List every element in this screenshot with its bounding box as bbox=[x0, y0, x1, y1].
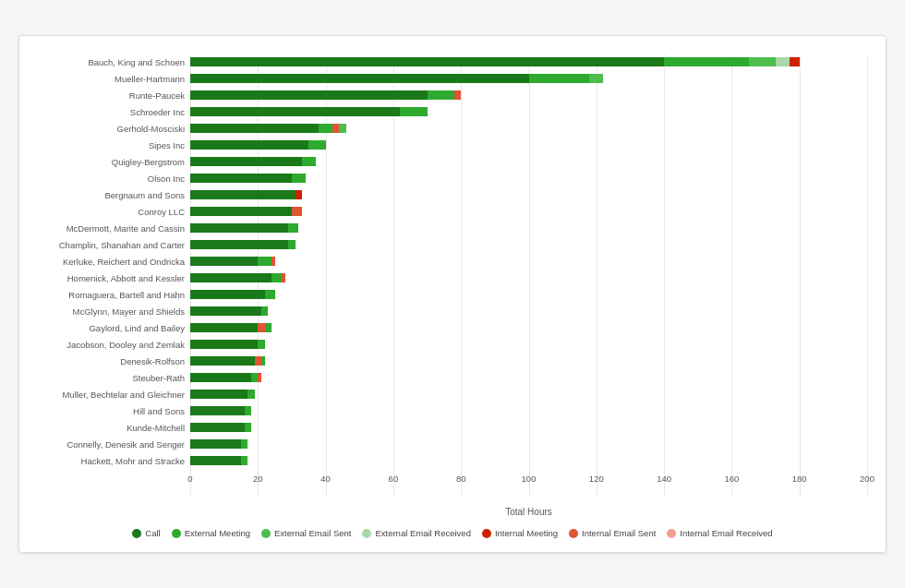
bar-row bbox=[190, 204, 867, 219]
y-label: Bauch, King and Schoen bbox=[88, 54, 185, 69]
bar-segment-internalMeeting bbox=[296, 190, 302, 199]
y-label: Sipes Inc bbox=[149, 138, 185, 152]
plot-area: 020406080100120140160180200 Total Hours bbox=[190, 54, 867, 517]
legend-dot bbox=[261, 529, 271, 538]
bar-segment-call bbox=[190, 406, 245, 415]
y-label: McDermott, Marite and Cassin bbox=[66, 221, 185, 235]
y-label: Mueller-Hartmann bbox=[115, 71, 185, 86]
bar-segment-externalMeeting bbox=[292, 174, 306, 183]
x-axis-label: Total Hours bbox=[190, 507, 867, 517]
bar-row bbox=[190, 254, 867, 269]
x-tick: 120 bbox=[589, 474, 604, 484]
bar-segment-externalMeeting bbox=[261, 306, 268, 316]
bar-segment-call bbox=[190, 273, 272, 282]
bar-segment-externalMeeting bbox=[288, 223, 298, 233]
x-tick: 80 bbox=[456, 474, 466, 484]
bar-segment-call bbox=[190, 456, 241, 465]
bar-row bbox=[190, 270, 867, 285]
legend-item: Internal Email Received bbox=[667, 528, 772, 538]
legend-label: Internal Meeting bbox=[495, 528, 558, 538]
bar-row bbox=[190, 304, 867, 318]
bar-row bbox=[190, 437, 867, 451]
bar-segment-externalMeeting bbox=[265, 290, 275, 299]
bar-segment-externalMeeting bbox=[258, 340, 264, 349]
y-label: Homenick, Abbott and Kessler bbox=[67, 270, 185, 285]
y-label: Hill and Sons bbox=[133, 403, 185, 418]
legend-label: Call bbox=[145, 528, 160, 538]
bar-segment-call bbox=[190, 124, 319, 133]
bar-segment-call bbox=[190, 423, 245, 432]
legend-dot bbox=[132, 529, 141, 538]
bar-segment-externalMeeting bbox=[272, 273, 282, 282]
bar-segment-externalMeeting bbox=[251, 373, 258, 382]
bar-segment-call bbox=[190, 107, 400, 116]
bar-segment-externalEmailSent bbox=[749, 57, 776, 66]
x-tick: 100 bbox=[522, 474, 537, 484]
legend-item: External Meeting bbox=[172, 528, 250, 538]
bar-segment-call bbox=[190, 240, 288, 249]
bar-row bbox=[190, 171, 867, 186]
bar-row bbox=[190, 88, 867, 102]
legend-dot bbox=[172, 529, 181, 538]
legend-dot bbox=[667, 529, 676, 538]
bar-segment-call bbox=[190, 290, 265, 299]
y-label: Runte-Paucek bbox=[129, 88, 185, 102]
x-tick: 180 bbox=[792, 474, 807, 484]
bar-row bbox=[190, 221, 867, 235]
bar-segment-externalMeeting bbox=[400, 107, 427, 116]
bar-row bbox=[190, 71, 867, 86]
legend-item: Internal Meeting bbox=[482, 528, 558, 538]
bar-segment-internalEmailSent bbox=[258, 323, 264, 332]
bar-segment-call bbox=[190, 174, 292, 183]
legend-dot bbox=[482, 529, 491, 538]
chart-container: Bauch, King and SchoenMueller-HartmannRu… bbox=[18, 35, 887, 553]
legend-dot bbox=[569, 529, 578, 538]
bar-row bbox=[190, 387, 867, 402]
y-label: Kunde-Mitchell bbox=[127, 420, 185, 435]
bar-row bbox=[190, 354, 867, 368]
bar-segment-internalMeeting bbox=[790, 57, 800, 66]
bar-segment-call bbox=[190, 74, 529, 83]
x-tick: 0 bbox=[187, 474, 192, 484]
bar-segment-externalMeeting bbox=[308, 140, 325, 150]
bar-segment-call bbox=[190, 57, 664, 66]
bar-row bbox=[190, 121, 867, 136]
bar-segment-externalMeeting bbox=[245, 406, 251, 415]
bar-segment-externalMeeting bbox=[302, 157, 316, 166]
y-label: Conroy LLC bbox=[138, 204, 185, 219]
bar-segment-externalEmailSent bbox=[589, 74, 603, 83]
x-tick: 40 bbox=[320, 474, 331, 484]
bar-row bbox=[190, 287, 867, 302]
bar-segment-externalMeeting bbox=[319, 124, 332, 133]
bar-segment-call bbox=[190, 90, 428, 100]
bar-row bbox=[190, 54, 867, 69]
y-axis: Bauch, King and SchoenMueller-HartmannRu… bbox=[38, 54, 190, 517]
bar-segment-call bbox=[190, 340, 258, 349]
y-label: Romaguera, Bartell and Hahn bbox=[68, 287, 185, 302]
bar-segment-internalEmailSent bbox=[332, 124, 339, 133]
bar-segment-internalEmailSent bbox=[454, 90, 461, 100]
bar-row bbox=[190, 154, 867, 169]
y-label: Hackett, Mohr and Stracke bbox=[81, 453, 185, 468]
bar-row bbox=[190, 187, 867, 202]
bar-row bbox=[190, 138, 867, 152]
legend-label: External Email Sent bbox=[274, 528, 351, 538]
legend-label: External Email Received bbox=[375, 528, 471, 538]
bar-segment-call bbox=[190, 207, 292, 216]
bar-segment-externalMeeting bbox=[247, 390, 254, 399]
grid-line bbox=[867, 54, 868, 497]
y-label: McGlynn, Mayer and Shields bbox=[73, 304, 185, 318]
chart-area: Bauch, King and SchoenMueller-HartmannRu… bbox=[38, 54, 867, 517]
bar-segment-call bbox=[190, 223, 288, 233]
legend-item: Internal Email Sent bbox=[569, 528, 656, 538]
x-tick: 20 bbox=[253, 474, 263, 484]
bar-row bbox=[190, 237, 867, 252]
y-label: Quigley-Bergstrom bbox=[112, 154, 185, 169]
bar-row bbox=[190, 104, 867, 119]
bar-segment-internalEmailSent bbox=[258, 373, 261, 382]
bar-segment-externalMeeting bbox=[258, 257, 272, 266]
bar-segment-externalMeeting bbox=[288, 240, 295, 249]
bar-segment-internalEmailSent bbox=[282, 273, 285, 282]
legend-label: External Meeting bbox=[185, 528, 250, 538]
x-tick: 60 bbox=[389, 474, 399, 484]
